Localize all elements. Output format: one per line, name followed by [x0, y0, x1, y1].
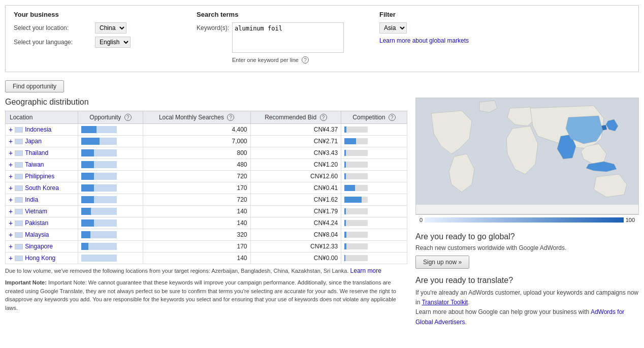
competition-help-icon[interactable]: ? — [389, 114, 396, 121]
geo-table: Location Opportunity ? Local Monthly Sea… — [5, 111, 407, 264]
competition-bar-empty — [345, 255, 368, 261]
expand-button[interactable]: + — [9, 126, 13, 133]
country-link[interactable]: Indonesia — [25, 126, 51, 133]
competition-bar — [344, 162, 368, 168]
competition-bar-empty — [346, 243, 368, 249]
country-link[interactable]: Malaysia — [25, 231, 49, 238]
bid-cell: CN¥8.04 — [250, 229, 341, 241]
learn-more-low-volume-link[interactable]: Learn more — [350, 267, 381, 274]
location-select[interactable]: China — [95, 22, 126, 34]
flag-icon — [15, 244, 23, 249]
country-link[interactable]: Japan — [25, 138, 42, 145]
country-link[interactable]: South Korea — [25, 184, 59, 192]
searches-cell: 140 — [143, 252, 250, 264]
table-row: + Japan 7,000CN¥2.71 — [6, 136, 407, 147]
filter-header: Filter — [379, 11, 481, 18]
bid-cell: CN¥12.60 — [250, 171, 341, 182]
opportunity-bar-fill — [81, 126, 96, 133]
geo-distribution-title: Geographic distribution — [5, 98, 407, 107]
expand-button[interactable]: + — [9, 255, 13, 262]
bid-cell: CN¥1.79 — [250, 206, 341, 217]
translator-toolkit-link[interactable]: Translator Toolkit — [422, 299, 468, 306]
expand-button[interactable]: + — [9, 196, 13, 203]
searches-cell: 320 — [143, 229, 250, 241]
searches-help-icon[interactable]: ? — [227, 114, 234, 121]
flag-icon — [15, 150, 23, 156]
competition-cell — [341, 252, 407, 264]
opportunity-bar-empty — [94, 173, 117, 180]
expand-button[interactable]: + — [9, 184, 13, 192]
expand-button[interactable]: + — [9, 173, 13, 180]
bid-cell: CN¥0.00 — [250, 252, 341, 264]
table-row: + India 720CN¥1.62 — [6, 194, 407, 206]
expand-button[interactable]: + — [9, 219, 13, 227]
opportunity-bar — [81, 161, 117, 168]
table-row: + Pakistan 140CN¥4.24 — [6, 217, 407, 229]
flag-icon — [15, 127, 23, 133]
searches-cell: 140 — [143, 206, 250, 217]
keyword-hint-icon[interactable]: ? — [302, 56, 309, 64]
country-link[interactable]: India — [25, 196, 38, 203]
expand-button[interactable]: + — [9, 149, 13, 156]
learn-more-global-link[interactable]: Learn more about global markets — [379, 37, 469, 44]
col-bid: Recommended Bid ? — [250, 111, 341, 124]
opportunity-cell — [78, 124, 143, 136]
opportunity-bar-empty — [96, 126, 117, 133]
find-opportunity-button[interactable]: Find opportunity — [5, 80, 64, 92]
competition-bar — [344, 150, 368, 156]
your-business-header: Your business — [14, 11, 176, 18]
opportunity-bar-empty — [94, 149, 117, 156]
competition-bar — [344, 255, 368, 261]
competition-bar — [344, 138, 368, 144]
country-link[interactable]: Hong Kong — [25, 255, 55, 262]
opportunity-cell — [78, 182, 143, 194]
language-select[interactable]: English — [95, 37, 131, 48]
go-global-title: Are you ready to go global? — [415, 232, 639, 241]
keyword-label: Keyword(s): — [197, 22, 229, 31]
searches-cell: 170 — [143, 241, 250, 252]
competition-bar — [344, 208, 368, 214]
signup-button[interactable]: Sign up now » — [415, 256, 469, 269]
opportunity-cell — [78, 206, 143, 217]
opportunity-bar — [81, 138, 117, 145]
competition-bar — [344, 185, 368, 191]
opportunity-bar — [81, 126, 117, 133]
competition-cell — [341, 229, 407, 241]
expand-button[interactable]: + — [9, 138, 13, 145]
expand-button[interactable]: + — [9, 208, 13, 215]
competition-bar-empty — [346, 208, 368, 214]
table-row: + Philippines 720CN¥12.60 — [6, 171, 407, 182]
keywords-input[interactable]: aluminum foil — [232, 22, 344, 53]
competition-bar-empty — [346, 173, 368, 179]
table-row: + Hong Kong 140CN¥0.00 — [6, 252, 407, 264]
bid-help-icon[interactable]: ? — [320, 114, 327, 121]
filter-select[interactable]: Asia — [379, 22, 407, 34]
opportunity-bar-fill — [81, 173, 94, 180]
competition-cell — [341, 124, 407, 136]
country-link[interactable]: Taiwan — [25, 161, 44, 168]
competition-cell — [341, 217, 407, 229]
expand-button[interactable]: + — [9, 243, 13, 250]
country-link[interactable]: Singapore — [25, 243, 53, 250]
table-row: + Thailand 800CN¥3.43 — [6, 147, 407, 159]
bid-cell: CN¥1.20 — [250, 159, 341, 171]
competition-bar-empty — [362, 197, 368, 203]
competition-cell — [341, 241, 407, 252]
expand-button[interactable]: + — [9, 161, 13, 168]
expand-button[interactable]: + — [9, 231, 13, 238]
competition-bar-empty — [346, 232, 368, 238]
table-row: + Vietnam 140CN¥1.79 — [6, 206, 407, 217]
bid-cell: CN¥1.62 — [250, 194, 341, 206]
opportunity-help-icon[interactable]: ? — [124, 114, 132, 121]
table-row: + Malaysia 320CN¥8.04 — [6, 229, 407, 241]
country-link[interactable]: Pakistan — [25, 219, 48, 227]
bid-cell: CN¥3.43 — [250, 147, 341, 159]
opportunity-bar-fill — [81, 149, 94, 156]
country-link[interactable]: Vietnam — [25, 208, 47, 215]
opportunity-bar — [81, 231, 117, 238]
keyword-hint: Enter one keyword per line ? — [232, 56, 344, 64]
country-link[interactable]: Thailand — [25, 149, 48, 156]
competition-cell — [341, 136, 407, 147]
country-link[interactable]: Philippines — [25, 173, 54, 180]
competition-bar-empty — [346, 162, 368, 168]
